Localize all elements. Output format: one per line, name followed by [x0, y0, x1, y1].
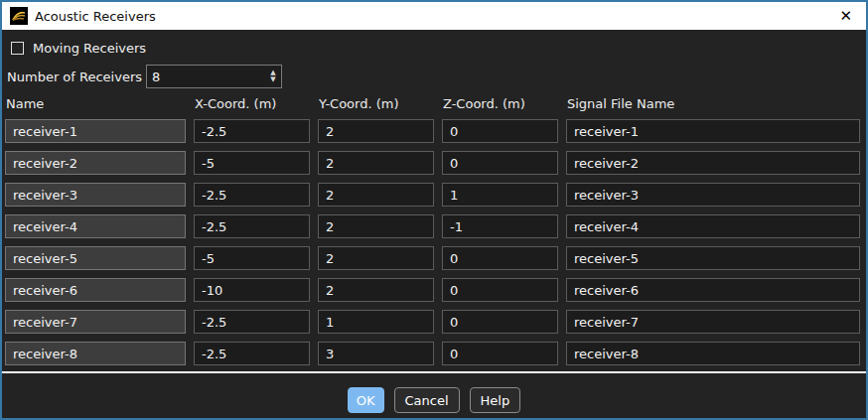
x-coord-field[interactable] — [194, 278, 310, 302]
z-coord-field[interactable] — [442, 310, 558, 334]
table-row — [2, 183, 866, 207]
y-coord-field[interactable] — [318, 310, 434, 334]
y-coord-field[interactable] — [318, 119, 434, 143]
signal-file-name-field[interactable] — [566, 342, 860, 365]
spinner-arrows: ▲ ▼ — [265, 66, 281, 87]
signal-file-name-field[interactable] — [566, 246, 860, 270]
y-coord-field[interactable] — [318, 151, 434, 175]
signal-file-name-field[interactable] — [566, 183, 860, 207]
titlebar[interactable]: Acoustic Receivers ✕ — [2, 2, 866, 30]
z-coord-field[interactable] — [442, 183, 558, 207]
x-coord-field[interactable] — [194, 119, 310, 143]
close-icon[interactable]: ✕ — [833, 7, 858, 26]
y-coord-field[interactable] — [318, 183, 434, 207]
z-coord-field[interactable] — [442, 342, 558, 365]
x-coord-field[interactable] — [194, 310, 310, 334]
signal-file-name-field[interactable] — [566, 310, 860, 334]
dialog-content: Moving Receivers Number of Receivers ▲ ▼… — [2, 41, 866, 413]
help-button[interactable]: Help — [470, 387, 521, 413]
z-coord-field[interactable] — [442, 119, 558, 143]
signal-file-name-field[interactable] — [566, 278, 860, 302]
x-coord-field[interactable] — [194, 342, 310, 365]
table-row — [2, 246, 866, 270]
receiver-name-field[interactable] — [5, 119, 186, 143]
y-coord-field[interactable] — [318, 278, 434, 302]
signal-file-name-field[interactable] — [566, 214, 860, 238]
table-row — [2, 119, 866, 143]
y-coord-field[interactable] — [318, 214, 434, 238]
cancel-button[interactable]: Cancel — [394, 387, 460, 413]
receiver-name-field[interactable] — [5, 151, 186, 175]
x-coord-field[interactable] — [194, 183, 310, 207]
x-coord-field[interactable] — [194, 151, 310, 175]
number-of-receivers-row: Number of Receivers ▲ ▼ — [7, 65, 866, 88]
moving-receivers-checkbox[interactable] — [11, 42, 24, 55]
receiver-name-field[interactable] — [5, 342, 186, 365]
receiver-name-field[interactable] — [5, 246, 186, 270]
number-of-receivers-spinner[interactable]: ▲ ▼ — [146, 65, 282, 88]
signal-file-name-field[interactable] — [566, 119, 860, 143]
moving-receivers-row: Moving Receivers — [11, 41, 866, 56]
table-row — [2, 310, 866, 334]
signal-file-name-field[interactable] — [566, 151, 860, 175]
receiver-name-field[interactable] — [5, 278, 186, 302]
y-coord-field[interactable] — [318, 342, 434, 365]
table-row — [2, 151, 866, 175]
ok-button[interactable]: OK — [348, 387, 384, 413]
column-header-signal: Signal File Name — [566, 96, 860, 111]
receiver-name-field[interactable] — [5, 214, 186, 238]
z-coord-field[interactable] — [442, 246, 558, 270]
y-coord-field[interactable] — [318, 246, 434, 270]
dialog-button-bar: OK Cancel Help — [2, 387, 866, 413]
z-coord-field[interactable] — [442, 278, 558, 302]
window-title: Acoustic Receivers — [35, 9, 833, 24]
z-coord-field[interactable] — [442, 151, 558, 175]
acoustic-receivers-dialog: Acoustic Receivers ✕ Moving Receivers Nu… — [0, 0, 868, 420]
receiver-name-field[interactable] — [5, 310, 186, 334]
column-header-y: Y-Coord. (m) — [318, 96, 434, 111]
x-coord-field[interactable] — [194, 246, 310, 270]
table-row — [2, 342, 866, 365]
receiver-name-field[interactable] — [5, 183, 186, 207]
table-row — [2, 278, 866, 302]
spinner-down-icon[interactable]: ▼ — [270, 76, 275, 83]
moving-receivers-label: Moving Receivers — [33, 41, 146, 56]
table-header-row: Name X-Coord. (m) Y-Coord. (m) Z-Coord. … — [2, 96, 866, 111]
x-coord-field[interactable] — [194, 214, 310, 238]
app-waves-icon — [10, 7, 28, 25]
number-of-receivers-input[interactable] — [147, 66, 265, 87]
column-header-name: Name — [5, 96, 186, 111]
receiver-rows — [2, 119, 866, 365]
z-coord-field[interactable] — [442, 214, 558, 238]
separator-line — [2, 371, 866, 373]
table-row — [2, 214, 866, 238]
column-header-x: X-Coord. (m) — [194, 96, 310, 111]
number-of-receivers-label: Number of Receivers — [7, 70, 142, 84]
column-header-z: Z-Coord. (m) — [442, 96, 558, 111]
